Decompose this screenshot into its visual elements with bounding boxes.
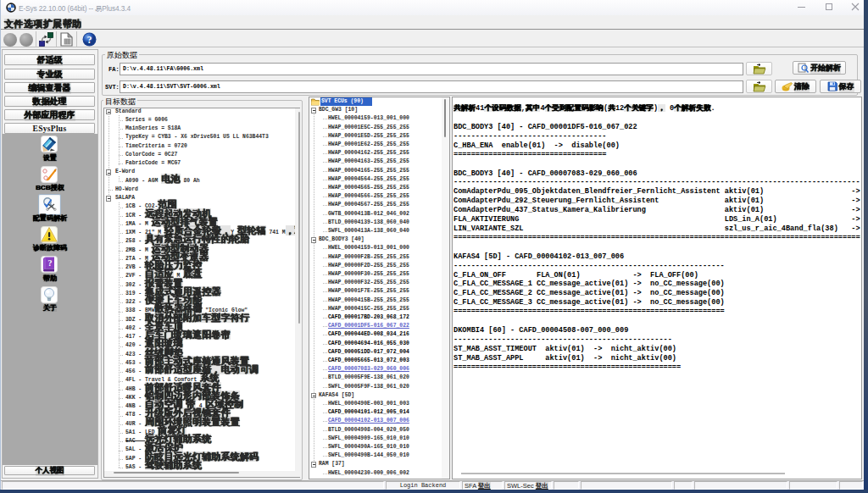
svg-text:?: ? (87, 35, 92, 45)
svg-text:?: ? (48, 258, 53, 268)
